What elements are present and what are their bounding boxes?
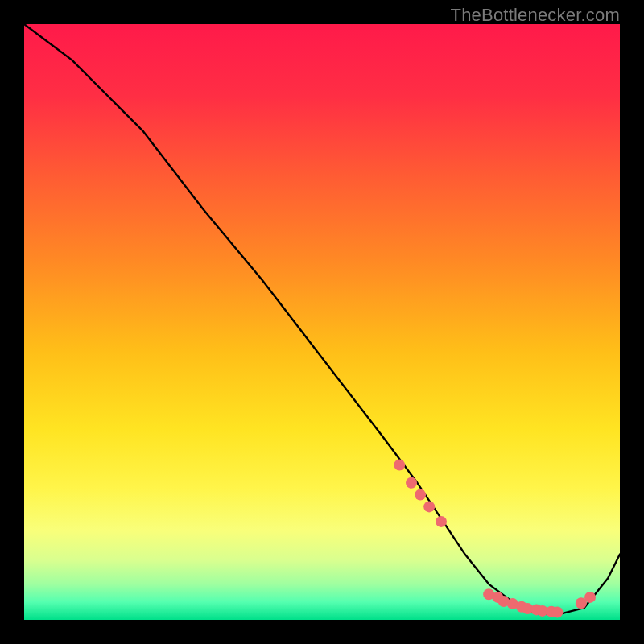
curve-overlay	[24, 24, 620, 620]
marker-dot	[423, 501, 435, 512]
curve-line	[24, 24, 620, 614]
watermark-text: TheBottlenecker.com	[451, 5, 620, 26]
marker-dot	[415, 489, 426, 501]
marker-group	[394, 460, 596, 618]
chart-stage: TheBottlenecker.com	[0, 0, 644, 644]
marker-dot	[436, 516, 447, 527]
marker-dot	[551, 606, 563, 617]
plot-area	[24, 24, 620, 620]
marker-dot	[406, 477, 417, 489]
marker-dot	[584, 592, 596, 603]
marker-dot	[394, 460, 405, 471]
